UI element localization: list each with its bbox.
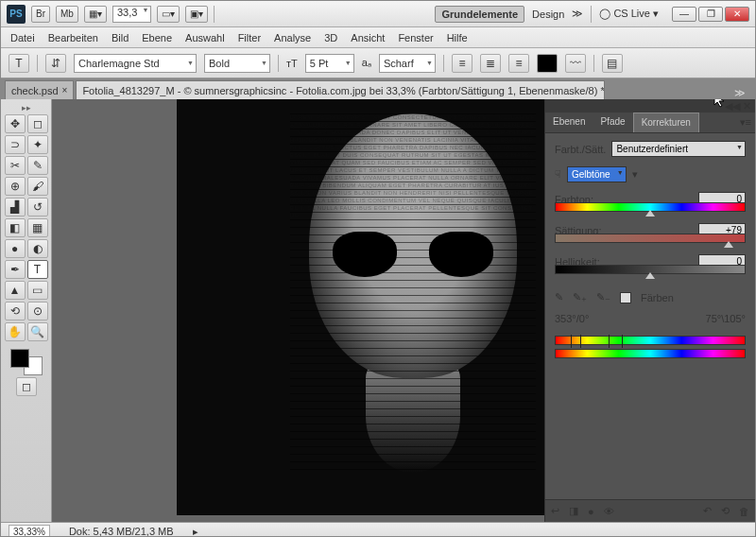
range-right-label: 75°\105° bbox=[706, 313, 746, 324]
align-right-icon[interactable]: ≡ bbox=[508, 54, 529, 73]
history-brush-tool[interactable]: ↺ bbox=[27, 198, 48, 217]
eyedropper-minus-icon[interactable]: ✎₋ bbox=[596, 291, 610, 303]
panel-footer: ↩ ◨ ● 👁 ↶ ⟲ 🗑 bbox=[545, 499, 755, 522]
maximize-button[interactable]: ❐ bbox=[698, 7, 723, 22]
close-icon[interactable]: × bbox=[62, 85, 68, 95]
farbton-slider[interactable] bbox=[555, 202, 746, 214]
menu-filter[interactable]: Filter bbox=[238, 32, 261, 43]
path-select-tool[interactable]: ▲ bbox=[5, 281, 26, 300]
menu-bearbeiten[interactable]: Bearbeiten bbox=[48, 32, 98, 43]
quickmask-icon[interactable]: ◻ bbox=[16, 377, 37, 396]
statusbar: 33,33% Dok: 5,43 MB/21,3 MB ▸ bbox=[1, 522, 755, 537]
preset-select[interactable]: Benutzerdefiniert bbox=[611, 141, 746, 157]
panel-menu-icon[interactable]: ▾≡ bbox=[736, 113, 755, 132]
menu-hilfe[interactable]: Hilfe bbox=[447, 32, 468, 43]
heal-tool[interactable]: ⊕ bbox=[5, 177, 26, 196]
options-bar: T ⇵ Charlemagne Std Bold тT 5 Pt aₐ Scha… bbox=[1, 48, 755, 78]
pen-tool[interactable]: ✒ bbox=[5, 260, 26, 279]
workspace-more-icon[interactable]: ≫ bbox=[572, 8, 583, 20]
menu-analyse[interactable]: Analyse bbox=[274, 32, 311, 43]
lasso-tool[interactable]: ⊃ bbox=[5, 135, 26, 154]
type-tool-indicator: T bbox=[9, 54, 29, 73]
status-menu-icon[interactable]: ▸ bbox=[193, 526, 198, 538]
hand-tool[interactable]: ✋ bbox=[5, 322, 26, 341]
3d-tool[interactable]: ⟲ bbox=[5, 302, 26, 320]
minimize-button[interactable]: — bbox=[672, 7, 696, 22]
minibridge-button[interactable]: Mb bbox=[56, 6, 78, 23]
align-left-icon[interactable]: ≡ bbox=[452, 54, 472, 73]
font-weight-select[interactable]: Bold bbox=[204, 54, 270, 73]
tab-pfade[interactable]: Pfade bbox=[593, 113, 632, 132]
tab-korrekturen[interactable]: Korrekturen bbox=[633, 113, 699, 132]
prev-icon[interactable]: ↶ bbox=[703, 505, 712, 517]
color-swatch[interactable] bbox=[10, 349, 43, 375]
expand-icon[interactable]: ◨ bbox=[569, 505, 578, 517]
menu-3d[interactable]: 3D bbox=[324, 32, 337, 43]
reset-icon[interactable]: ⟲ bbox=[721, 505, 730, 517]
hue-range-strips[interactable] bbox=[555, 336, 746, 358]
brush-tool[interactable]: 🖌 bbox=[27, 177, 48, 196]
layout-icon[interactable]: ▦▾ bbox=[84, 6, 107, 23]
channel-select[interactable]: Gelbtöne bbox=[567, 166, 627, 182]
menu-bild[interactable]: Bild bbox=[112, 32, 129, 43]
adjustment-title: Farbt./Sätt. bbox=[555, 144, 606, 155]
stamp-tool[interactable]: ▟ bbox=[5, 198, 26, 217]
file-tab-fotolia[interactable]: Fotolia_4813297_M - © sumnersgraphicsinc… bbox=[76, 80, 605, 99]
workspace-grundelemente[interactable]: Grundelemente bbox=[435, 6, 524, 23]
font-family-select[interactable]: Charlemagne Std bbox=[74, 54, 197, 73]
workspace-design[interactable]: Design bbox=[532, 9, 564, 20]
close-button[interactable]: ✕ bbox=[725, 7, 749, 22]
visibility-icon[interactable]: 👁 bbox=[604, 506, 614, 517]
eyedropper-tool[interactable]: ✎ bbox=[27, 156, 48, 175]
menu-fenster[interactable]: Fenster bbox=[398, 32, 433, 43]
eyedropper-icon[interactable]: ✎ bbox=[555, 291, 563, 303]
back-icon[interactable]: ↩ bbox=[551, 505, 559, 517]
crop-tool[interactable]: ✂ bbox=[5, 156, 26, 175]
bridge-button[interactable]: Br bbox=[31, 6, 50, 23]
ps-logo: PS bbox=[7, 5, 26, 24]
move-tool[interactable]: ✥ bbox=[5, 114, 26, 133]
tab-overflow-icon[interactable]: ≫ bbox=[729, 87, 751, 99]
shape-tool[interactable]: ▭ bbox=[27, 281, 48, 300]
wand-tool[interactable]: ✦ bbox=[27, 135, 48, 154]
dodge-tool[interactable]: ◐ bbox=[27, 239, 48, 258]
canvas-area[interactable]: LOREM IPSUM DOLOR SIT AMET CONSECTETUR A… bbox=[52, 99, 755, 522]
saettigung-slider[interactable] bbox=[555, 234, 746, 245]
panel-collapse-icon[interactable]: ◀◀ ✕ bbox=[725, 100, 751, 113]
finger-icon[interactable]: ☟ bbox=[555, 168, 561, 181]
view-extras-icon[interactable]: ▭▾ bbox=[157, 6, 180, 23]
type-tool[interactable]: T bbox=[27, 260, 48, 279]
trash-icon[interactable]: 🗑 bbox=[739, 506, 749, 517]
menu-auswahl[interactable]: Auswahl bbox=[185, 32, 225, 43]
eraser-tool[interactable]: ◧ bbox=[5, 218, 26, 237]
screen-mode-icon[interactable]: ▣▾ bbox=[185, 6, 208, 23]
zoom-select[interactable]: 33,3 bbox=[112, 6, 151, 23]
zoom-tool[interactable]: 🔍 bbox=[27, 322, 48, 341]
text-orientation-icon[interactable]: ⇵ bbox=[45, 54, 66, 73]
menu-ansicht[interactable]: Ansicht bbox=[351, 32, 385, 43]
menu-datei[interactable]: Datei bbox=[10, 32, 35, 43]
font-size-icon: тT bbox=[286, 58, 298, 69]
character-panel-icon[interactable]: ▤ bbox=[602, 54, 623, 73]
cslive-button[interactable]: ◯ CS Live ▾ bbox=[599, 8, 659, 20]
text-color-swatch[interactable] bbox=[537, 54, 558, 73]
3d-camera-tool[interactable]: ⊙ bbox=[27, 302, 48, 320]
eyedropper-plus-icon[interactable]: ✎₊ bbox=[573, 291, 587, 303]
font-size-select[interactable]: 5 Pt bbox=[305, 54, 354, 73]
warp-text-icon[interactable]: 〰 bbox=[565, 54, 586, 73]
file-tab-check[interactable]: check.psd× bbox=[5, 80, 74, 99]
helligkeit-slider[interactable] bbox=[555, 265, 746, 276]
colorize-checkbox[interactable] bbox=[620, 292, 631, 303]
status-doc-size: Dok: 5,43 MB/21,3 MB bbox=[69, 526, 174, 537]
colorize-label: Färben bbox=[641, 292, 674, 303]
blur-tool[interactable]: ● bbox=[5, 239, 26, 258]
marquee-tool[interactable]: ◻ bbox=[27, 114, 48, 133]
align-center-icon[interactable]: ≣ bbox=[480, 54, 501, 73]
clip-icon[interactable]: ● bbox=[588, 506, 594, 517]
tab-ebenen[interactable]: Ebenen bbox=[545, 113, 593, 132]
status-zoom[interactable]: 33,33% bbox=[9, 525, 50, 538]
antialias-select[interactable]: Scharf bbox=[379, 54, 436, 73]
gradient-tool[interactable]: ▦ bbox=[27, 218, 48, 237]
chevron-down-icon[interactable]: ▾ bbox=[632, 168, 638, 181]
menu-ebene[interactable]: Ebene bbox=[142, 32, 172, 43]
